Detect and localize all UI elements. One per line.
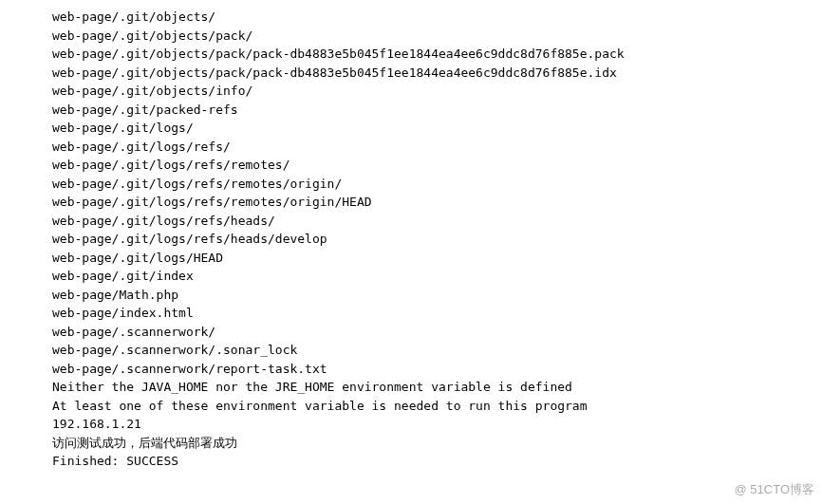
console-line: web-page/.git/logs/refs/remotes/origin/H… [52, 193, 822, 212]
console-line: web-page/.git/logs/refs/remotes/ [52, 156, 822, 175]
console-line: web-page/.git/objects/pack/pack-db4883e5… [52, 45, 822, 64]
console-line: At least one of these environment variab… [52, 397, 822, 416]
console-line: web-page/.git/logs/refs/heads/develop [52, 230, 822, 249]
console-line: web-page/.scannerwork/report-task.txt [52, 360, 822, 379]
console-line: web-page/.git/logs/refs/ [52, 138, 822, 157]
watermark-label: @ 51CTO博客 [735, 480, 814, 499]
console-line: web-page/index.html [52, 304, 822, 323]
console-line: 访问测试成功，后端代码部署成功 [52, 434, 822, 453]
console-line: web-page/.git/index [52, 267, 822, 286]
console-line: 192.168.1.21 [52, 415, 822, 434]
console-line: web-page/.git/logs/refs/remotes/origin/ [52, 175, 822, 194]
console-line: Neither the JAVA_HOME nor the JRE_HOME e… [52, 378, 822, 397]
console-line: web-page/.scannerwork/.sonar_lock [52, 341, 822, 360]
console-line: web-page/.git/logs/refs/heads/ [52, 212, 822, 231]
console-line: web-page/.git/packed-refs [52, 101, 822, 120]
console-line: web-page/.git/objects/pack/ [52, 27, 822, 46]
console-line: web-page/.git/objects/info/ [52, 82, 822, 101]
console-line: web-page/Math.php [52, 286, 822, 305]
console-line: web-page/.scannerwork/ [52, 323, 822, 342]
console-line: web-page/.git/objects/ [52, 8, 822, 27]
console-line: web-page/.git/objects/pack/pack-db4883e5… [52, 64, 822, 83]
console-output: web-page/.git/objects/web-page/.git/obje… [52, 8, 822, 471]
console-line: web-page/.git/logs/ [52, 119, 822, 138]
console-line: Finished: SUCCESS [52, 452, 822, 471]
console-line: web-page/.git/logs/HEAD [52, 249, 822, 268]
